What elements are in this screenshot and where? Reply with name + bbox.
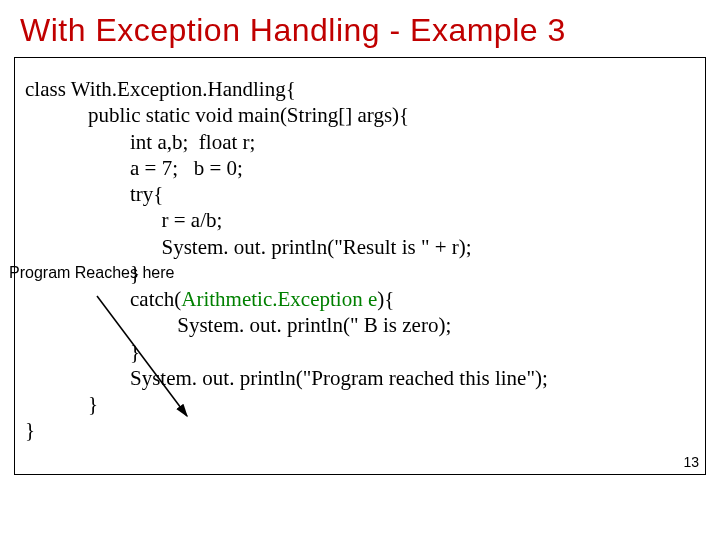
code-line: class With.Exception.Handling{ (25, 77, 296, 101)
code-line: a = 7; b = 0; (25, 156, 243, 180)
code-line: System. out. println("Result is " + r); (25, 235, 472, 259)
code-line: public static void main(String[] args){ (25, 103, 409, 127)
slide-title: With Exception Handling - Example 3 (20, 12, 720, 49)
svg-line-0 (97, 296, 187, 416)
code-frame: class With.Exception.Handling{ public st… (14, 57, 706, 475)
code-line: } (25, 418, 35, 442)
code-line: r = a/b; (25, 208, 222, 232)
arrow-icon (87, 286, 207, 426)
code-line: try{ (25, 182, 163, 206)
annotation-label: Program Reaches here (9, 264, 174, 282)
exception-type: Arithmetic.Exception e (181, 287, 377, 311)
code-line: int a,b; float r; (25, 130, 255, 154)
page-number: 13 (683, 454, 699, 470)
code-line: catch(Arithmetic.Exception e){ (25, 287, 394, 311)
